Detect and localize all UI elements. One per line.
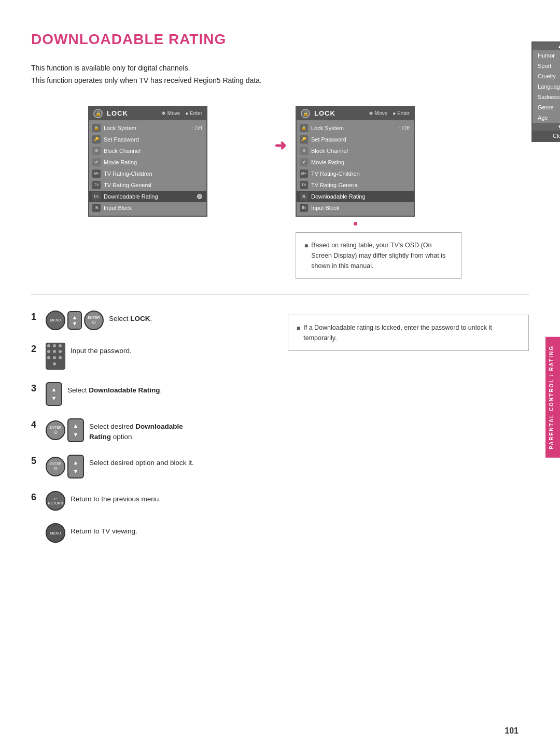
submenu-item-genre: Genre [533,102,560,112]
step-3-icons: ▲ ▼ [46,382,62,406]
submenu-item-sport: Sport [533,61,560,71]
submenu-close-button[interactable]: Close [533,131,560,141]
step-4-icons: ENTER ⊙ ▲ ▼ [46,418,84,442]
step-2: 2 Input the password. [31,343,272,370]
submenu: ▲ Humor Sport Cruelty Language Sadness G… [531,41,560,142]
indicator-dot [354,222,357,226]
submenu-item-sadness: Sadness [533,92,560,102]
note-bullet-icon: ■ [304,241,308,271]
steps-right: ■ If a Downloadable rating is locked, en… [288,311,529,556]
sidebar-tab: PARENTAL CONTROL / RATING [545,337,560,458]
intro-text: This function is available only for digi… [31,62,529,87]
step-6: 6 ↩ RETURN Return to the previous menu. [31,491,272,511]
submenu-arrow-down-icon: ▼ [533,123,560,131]
step-3-text: Select Downloadable Rating. [67,385,162,396]
section-divider [31,294,529,295]
enter-button-5[interactable]: ENTER ⊙ [46,457,65,476]
right-note-box: ■ If a Downloadable rating is locked, en… [288,315,529,351]
page-title: DOWNLOADABLE RATING [31,31,529,48]
step-2-icons [46,343,65,370]
step-1-text: Select LOCK. [109,314,152,324]
step-3: 3 ▲ ▼ Select Downloadable Rating. [31,382,272,406]
arrow-icon: ➜ [264,106,296,154]
step-2-text: Input the password. [71,346,132,356]
note-box: ■ Based on rating table, your TV's OSD (… [296,232,461,279]
left-screenshot: 🔒 LOCK ❖ Move ● Enter 🔒 Lock System : Of… [31,106,264,217]
return-button[interactable]: ↩ RETURN [46,491,65,511]
step-7: MENU Return to TV viewing. [31,523,272,543]
step-7-text: Return to TV viewing. [71,526,137,537]
enter-button-1[interactable]: ENTER ⊙ [84,311,104,330]
nav-updown-button-3[interactable]: ▲ ▼ [46,382,62,406]
numpad-button[interactable] [46,343,65,370]
step-5: 5 ENTER ⊙ ▲ ▼ Select desired option and … [31,455,272,478]
step-1: 1 MENU ▲ ▼ ENTER ⊙ Select LOCK. [31,311,272,330]
nav-updown-button-5[interactable]: ▲ ▼ [67,455,84,478]
right-note-text: If a Downloadable rating is locked, ente… [303,322,520,343]
submenu-item-language: Language [533,81,560,92]
steps-left: 1 MENU ▲ ▼ ENTER ⊙ Select LOCK. 2 [31,311,272,556]
step-4: 4 ENTER ⊙ ▲ ▼ Select desired Downloadabl… [31,418,272,443]
step-4-text: Select desired DownloadableRating option… [89,421,183,443]
nav-updown-button[interactable]: ▲ ▼ [67,311,82,330]
submenu-item-cruelty: Cruelty [533,71,560,81]
menu-button[interactable]: MENU [46,311,65,330]
submenu-arrow-up-icon: ▲ [533,43,560,50]
note-text: Based on rating table, your TV's OSD (On… [311,240,453,271]
menu-button-2[interactable]: MENU [46,523,65,543]
step-7-icons: MENU [46,523,65,543]
right-note-bullet-icon: ■ [297,323,300,343]
submenu-item-age: Age [533,112,560,123]
submenu-item-humor: Humor [533,50,560,61]
step-5-icons: ENTER ⊙ ▲ ▼ [46,455,84,478]
step-1-icons: MENU ▲ ▼ ENTER ⊙ [46,311,104,330]
page-number: 101 [505,726,519,736]
step-6-icons: ↩ RETURN [46,491,65,511]
nav-updown-button-4[interactable]: ▲ ▼ [67,418,84,442]
right-screenshot: 🔒 LOCK ❖ Move ● Enter 🔒 Lock System : Of… [296,106,529,279]
step-6-text: Return to the previous menu. [71,494,161,504]
enter-button-4[interactable]: ENTER ⊙ [46,420,65,440]
step-5-text: Select desired option and block it. [89,458,194,468]
